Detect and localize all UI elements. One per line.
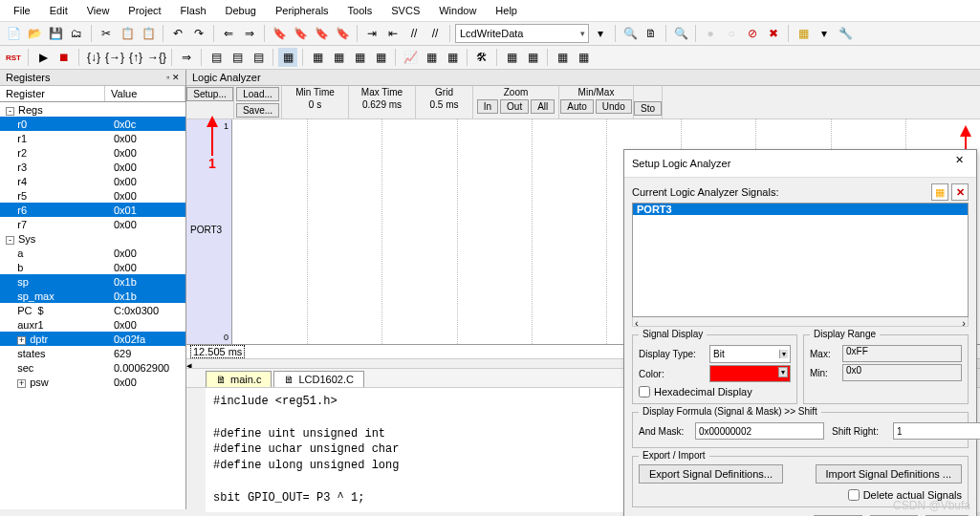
register-row[interactable]: a0x00 — [0, 246, 185, 260]
la-zoom-in-button[interactable]: In — [477, 99, 498, 114]
dialog-close-button[interactable]: ✕ — [949, 154, 969, 173]
breakpoint2-icon[interactable]: ○ — [722, 24, 741, 43]
signals-list[interactable]: PORT3 — [632, 203, 969, 317]
window-icon[interactable]: ▦ — [794, 24, 813, 43]
register-row[interactable]: -Regs — [0, 102, 185, 117]
register-row[interactable]: r00x0c — [0, 117, 185, 131]
run-icon[interactable]: ▶ — [33, 48, 53, 67]
redo-icon[interactable]: ↷ — [189, 24, 208, 43]
analyzer-icon[interactable]: 📈 — [401, 48, 420, 67]
comment-icon[interactable]: // — [404, 24, 424, 43]
register-row[interactable]: sp0x1b — [0, 274, 185, 289]
trace-icon[interactable]: ▦ — [422, 48, 441, 67]
showpc-icon[interactable]: ⇒ — [177, 48, 196, 67]
export-signals-button[interactable]: Export Signal Definitions... — [639, 464, 783, 484]
bookmark-next-icon[interactable]: 🔖 — [312, 24, 331, 43]
toolbox-icon[interactable]: 🛠 — [472, 48, 491, 67]
save-icon[interactable]: 💾 — [46, 24, 65, 43]
register-row[interactable]: r60x01 — [0, 203, 185, 217]
watch-icon[interactable]: ▦ — [329, 48, 348, 67]
menu-file[interactable]: File — [4, 2, 40, 19]
serial-icon[interactable]: ▦ — [371, 48, 390, 67]
periodic2-icon[interactable]: ▦ — [574, 48, 593, 67]
callstack-icon[interactable]: ▦ — [308, 48, 327, 67]
memory-icon[interactable]: ▦ — [350, 48, 369, 67]
reset-icon[interactable]: RST — [4, 48, 23, 67]
register-row[interactable]: +dptr0x02fa — [0, 332, 185, 346]
bookmark-icon[interactable]: 🔖 — [270, 24, 289, 43]
delete-signal-button[interactable]: ✕ — [951, 183, 969, 201]
menu-edit[interactable]: Edit — [40, 2, 77, 19]
runtocursor-icon[interactable]: →{} — [147, 48, 166, 67]
la-setup-button[interactable]: Setup... — [186, 87, 232, 101]
register-row[interactable]: -Sys — [0, 231, 185, 246]
tab-main-c[interactable]: 🗎 main.c — [206, 371, 272, 387]
register-row[interactable]: r20x00 — [0, 145, 185, 160]
stop-icon[interactable]: ⏹ — [54, 48, 74, 67]
register-row[interactable]: r10x00 — [0, 131, 185, 145]
tab-lcd1602-c[interactable]: 🗎 LCD1602.C — [273, 371, 363, 387]
hex-display-checkbox[interactable] — [639, 386, 650, 398]
shift-right-field[interactable] — [893, 422, 980, 440]
combo-drop-icon[interactable]: ▾ — [591, 24, 610, 43]
performance-icon[interactable]: ▦ — [502, 48, 521, 67]
menu-view[interactable]: View — [77, 2, 120, 19]
register-row[interactable]: sp_max0x1b — [0, 289, 185, 303]
display-type-select[interactable]: Bit — [709, 345, 791, 363]
undo-icon[interactable]: ↶ — [168, 24, 187, 43]
symbol-combo[interactable]: LcdWriteData — [455, 24, 589, 43]
register-row[interactable]: r70x00 — [0, 217, 185, 231]
symbols-icon[interactable]: ▤ — [249, 48, 268, 67]
register-row[interactable]: auxr10x00 — [0, 317, 185, 332]
la-zoom-out-button[interactable]: Out — [500, 99, 529, 114]
open-icon[interactable]: 📂 — [25, 24, 44, 43]
bookmark-prev-icon[interactable]: 🔖 — [291, 24, 310, 43]
menu-help[interactable]: Help — [486, 2, 527, 19]
menu-peripherals[interactable]: Peripherals — [266, 2, 338, 19]
debug-icon[interactable]: 🔍 — [671, 24, 690, 43]
register-row[interactable]: PC $C:0x0300 — [0, 303, 185, 317]
nav-fwd-icon[interactable]: ⇒ — [240, 24, 259, 43]
menu-window[interactable]: Window — [429, 2, 486, 19]
la-undo-button[interactable]: Undo — [596, 99, 632, 114]
register-row[interactable]: sec0.00062900 — [0, 360, 185, 375]
la-zoom-all-button[interactable]: All — [531, 99, 555, 114]
list-scrollbar[interactable]: ‹› — [632, 317, 969, 327]
systemviewer-icon[interactable]: ▦ — [443, 48, 462, 67]
stepinto-icon[interactable]: {↓} — [84, 48, 103, 67]
find-icon[interactable]: 🔍 — [621, 24, 640, 43]
register-row[interactable]: r50x00 — [0, 188, 185, 203]
menu-flash[interactable]: Flash — [171, 2, 216, 19]
register-row[interactable]: states629 — [0, 346, 185, 360]
signal-item-port3[interactable]: PORT3 — [633, 204, 968, 215]
register-row[interactable]: r40x00 — [0, 174, 185, 188]
bookmark-clear-icon[interactable]: 🔖 — [333, 24, 352, 43]
outdent-icon[interactable]: ⇤ — [383, 24, 403, 43]
la-auto-button[interactable]: Auto — [560, 99, 594, 114]
menu-debug[interactable]: Debug — [216, 2, 266, 19]
coverage-icon[interactable]: ▦ — [523, 48, 542, 67]
breakpoint-dis-icon[interactable]: ⊘ — [743, 24, 762, 43]
stepover-icon[interactable]: {→} — [105, 48, 124, 67]
menu-project[interactable]: Project — [119, 2, 170, 19]
window-drop-icon[interactable]: ▾ — [815, 24, 834, 43]
menu-svcs[interactable]: SVCS — [381, 2, 429, 19]
uncomment-icon[interactable]: // — [425, 24, 445, 43]
la-load-button[interactable]: Load... — [236, 87, 279, 101]
register-row[interactable]: r30x00 — [0, 160, 185, 174]
register-row[interactable]: b0x00 — [0, 260, 185, 274]
cut-icon[interactable]: ✂ — [97, 24, 116, 43]
findfiles-icon[interactable]: 🗎 — [642, 24, 661, 43]
copy-icon[interactable]: 📋 — [118, 24, 137, 43]
periodic-icon[interactable]: ▦ — [553, 48, 572, 67]
saveall-icon[interactable]: 🗂 — [67, 24, 86, 43]
cmd-icon[interactable]: ▤ — [207, 48, 226, 67]
indent-icon[interactable]: ⇥ — [362, 24, 381, 43]
delete-signals-checkbox[interactable] — [848, 489, 860, 501]
menu-tools[interactable]: Tools — [338, 2, 382, 19]
config-icon[interactable]: 🔧 — [836, 24, 855, 43]
breakpoint-kill-icon[interactable]: ✖ — [764, 24, 783, 43]
import-signals-button[interactable]: Import Signal Definitions ... — [816, 464, 962, 484]
register-row[interactable]: +psw0x00 — [0, 375, 185, 389]
nav-back-icon[interactable]: ⇐ — [219, 24, 238, 43]
